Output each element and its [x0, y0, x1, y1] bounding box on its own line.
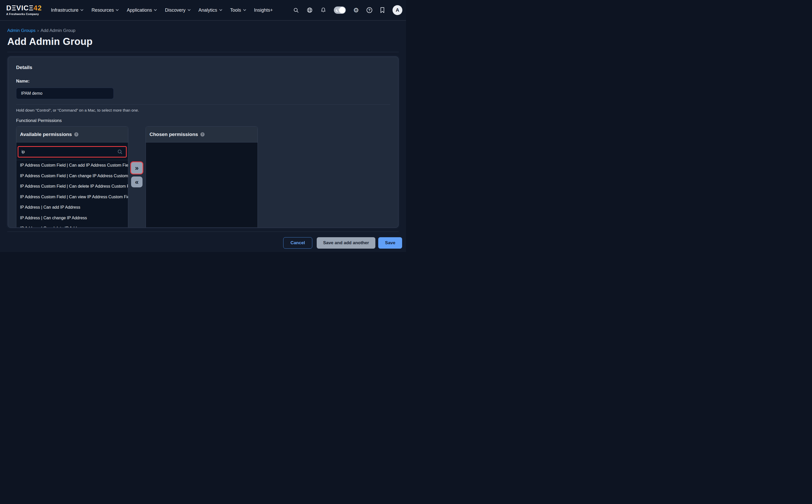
chosen-permissions-list-empty: [146, 142, 258, 228]
menu-applications[interactable]: Applications: [127, 8, 156, 13]
chevron-down-icon: [187, 8, 190, 11]
menu-analytics[interactable]: Analytics: [199, 8, 221, 13]
save-button[interactable]: Save: [378, 237, 402, 249]
logo-subtitle: A Freshworks Company: [6, 13, 42, 16]
menu-insights[interactable]: Insights+: [254, 8, 273, 13]
chevron-down-icon: [80, 8, 83, 11]
available-permissions-box: Available permissions ? IP Address Custo…: [16, 126, 128, 228]
available-permissions-title: Available permissions: [20, 132, 72, 137]
footer-actions: Cancel Save and add another Save: [0, 237, 402, 249]
search-icon: [117, 149, 123, 155]
device42-logo[interactable]: DΞVICΞ42 A Freshworks Company: [6, 5, 42, 16]
available-search-box-highlighted: [18, 146, 127, 158]
chevron-down-icon: [219, 8, 222, 11]
available-permissions-header: Available permissions ?: [16, 127, 128, 142]
permission-option[interactable]: IP Address Custom Field | Can change IP …: [16, 171, 128, 181]
available-search-area: [16, 142, 128, 160]
permission-option[interactable]: IP Address Custom Field | Can delete IP …: [16, 181, 128, 192]
chevron-down-icon: [154, 8, 157, 11]
gear-icon[interactable]: ⚙: [353, 7, 359, 13]
menu-tools[interactable]: Tools: [230, 8, 245, 13]
permission-option[interactable]: IP Address | Can add IP Address: [16, 202, 128, 213]
cancel-button[interactable]: Cancel: [283, 237, 312, 249]
menu-infrastructure[interactable]: Infrastructure: [51, 8, 83, 13]
breadcrumb: Admin Groups › Add Admin Group: [7, 28, 399, 33]
chosen-permissions-box: Chosen permissions ?: [146, 126, 258, 228]
main-menu: Infrastructure Resources Applications Di…: [51, 8, 273, 13]
chevron-down-icon: [116, 8, 119, 11]
permission-option[interactable]: IP Address | Can delete IP Address: [16, 223, 128, 228]
functional-permissions-label: Functional Permissions: [16, 118, 390, 123]
details-card: Details Name: Hold down “Control”, or “C…: [8, 57, 398, 228]
name-input[interactable]: [16, 88, 114, 99]
chosen-permissions-title: Chosen permissions: [150, 132, 198, 137]
breadcrumb-separator: ›: [37, 28, 39, 33]
details-heading: Details: [16, 65, 390, 70]
breadcrumb-admin-groups-link[interactable]: Admin Groups: [7, 28, 36, 33]
search-icon[interactable]: [293, 7, 299, 13]
bookmark-icon[interactable]: [380, 7, 385, 13]
chosen-help-icon[interactable]: ?: [200, 132, 205, 137]
top-navbar: DΞVICΞ42 A Freshworks Company Infrastruc…: [0, 0, 406, 21]
toggle-knob: [339, 7, 345, 13]
available-filter-input[interactable]: [22, 149, 117, 154]
available-help-icon[interactable]: ?: [74, 132, 78, 137]
add-admin-group-page: DΞVICΞ42 A Freshworks Company Infrastruc…: [0, 0, 406, 252]
theme-toggle[interactable]: [334, 6, 346, 14]
logo-number: 42: [33, 4, 42, 12]
navbar-actions: ⚙ ? A: [293, 5, 402, 15]
multiselect-help-text: Hold down “Control”, or “Command” on a M…: [16, 108, 390, 112]
remove-all-button[interactable]: «: [131, 176, 143, 187]
permission-option[interactable]: IP Address Custom Field | Can view IP Ad…: [16, 192, 128, 202]
footer-divider: [7, 231, 399, 232]
menu-discovery[interactable]: Discovery: [165, 8, 190, 13]
permission-option[interactable]: IP Address | Can change IP Address: [16, 213, 128, 223]
globe-icon[interactable]: [307, 7, 313, 13]
chosen-permissions-header: Chosen permissions ?: [146, 127, 258, 142]
name-label: Name:: [16, 79, 390, 84]
save-and-add-another-button[interactable]: Save and add another: [317, 237, 376, 249]
choose-all-button-highlighted[interactable]: »: [131, 162, 143, 174]
card-divider: [16, 104, 390, 105]
menu-resources[interactable]: Resources: [91, 8, 118, 13]
logo-wordmark: DΞVICΞ42: [6, 5, 42, 12]
available-permissions-list: IP Address Custom Field | Can add IP Add…: [16, 160, 128, 228]
breadcrumb-current: Add Admin Group: [40, 28, 75, 33]
permissions-selector: Available permissions ? IP Address Custo…: [16, 126, 390, 228]
transfer-controls: » «: [128, 126, 146, 228]
avatar[interactable]: A: [393, 5, 402, 15]
bell-icon[interactable]: [320, 7, 326, 13]
help-icon[interactable]: ?: [367, 7, 372, 13]
page-title: Add Admin Group: [7, 36, 399, 47]
permission-option[interactable]: IP Address Custom Field | Can add IP Add…: [16, 160, 128, 171]
chevron-down-icon: [243, 8, 246, 11]
